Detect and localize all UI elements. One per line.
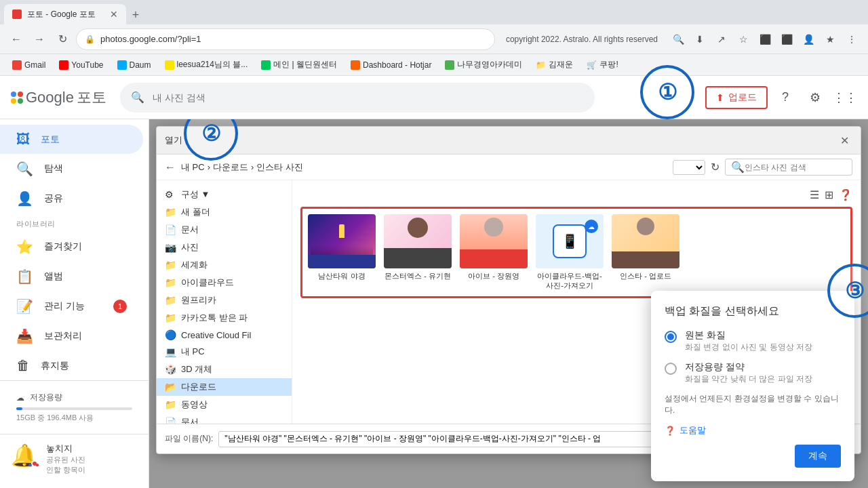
logo-dots (11, 92, 23, 104)
sidebar-item-photos[interactable]: 🖼 포토 (0, 125, 143, 154)
fd-sidebar: ⚙ 구성 ▼ 📁 새 폴더 📄 문서 📷 (157, 180, 292, 424)
bookmark-youtube[interactable]: YouTube (54, 58, 108, 72)
tree-icon (445, 60, 454, 70)
logo-dot-red (18, 92, 23, 97)
bookmark-hotjar[interactable]: Dashboard - Hotjar (345, 58, 437, 72)
fd-file-insta-label: 인스타 - 업로드 (620, 271, 671, 281)
menu-btn[interactable]: ⋮ (842, 30, 861, 49)
backup-help-btn[interactable]: ❓ 도움말 (665, 424, 841, 436)
bookmark-coupang[interactable]: 🛒 쿠팡! (581, 57, 623, 73)
fd-world-label: 세계화 (181, 259, 208, 271)
logo-dot-blue (11, 92, 16, 97)
fd-file-namsan[interactable]: 남산타워 야경 (308, 214, 376, 291)
grid-button[interactable]: ⋮⋮ (833, 85, 857, 110)
fd-file-icloud[interactable]: 📱 ☁ 아이클라우드-백업-사진-가져오기 (536, 214, 604, 291)
sidebar-item-manage[interactable]: 📝 관리 기능 1 (0, 291, 143, 321)
star-nav-btn[interactable]: ☆ (734, 30, 753, 49)
settings-button[interactable]: ⚙ (803, 85, 827, 110)
fd-back-btn[interactable]: ← (165, 161, 176, 174)
option-save-text: 저장용량 절약 화질을 약간 낮춰 더 많은 파일 저장 (685, 361, 812, 385)
radio-original[interactable] (665, 331, 677, 343)
extension2-btn[interactable]: ⬛ (777, 30, 796, 49)
fd-refresh-btn[interactable]: ↻ (711, 161, 719, 174)
backup-option-original[interactable]: 원본 화질 화질 변경 없이 사진 및 동영상 저장 (665, 329, 841, 353)
breadcrumb-pc[interactable]: 내 PC (181, 161, 205, 174)
fd-file-insta[interactable]: 인스타 - 업로드 (612, 214, 679, 291)
fd-list-view-btn[interactable]: ☰ (810, 188, 819, 201)
tab-close-btn[interactable]: ✕ (110, 9, 118, 20)
fd-sort-dropdown[interactable] (673, 160, 705, 175)
sidebar-item-archive[interactable]: 📥 보관처리 (0, 321, 143, 351)
sidebar-manage-label: 관리 기능 (44, 300, 85, 312)
search-bar[interactable]: 🔍 (120, 83, 595, 113)
nav-icons: 🔍 ⬇ ↗ ☆ ⬛ ⬛ 👤 ★ ⋮ (669, 30, 861, 49)
download-nav-btn[interactable]: ⬇ (690, 30, 709, 49)
sidebar-item-favorites[interactable]: ⭐ 즐겨찾기 (0, 232, 143, 262)
fd-thumb-monster (384, 214, 452, 268)
radio-inner-original (667, 333, 674, 340)
backup-option-save[interactable]: 저장용량 절약 화질을 약간 낮춰 더 많은 파일 저장 (665, 361, 841, 385)
extension3-btn[interactable]: ★ (821, 30, 840, 49)
fd-sidebar-world[interactable]: 📁 세계화 (157, 256, 292, 274)
file-dialog-close-btn[interactable]: ✕ (836, 132, 852, 148)
new-tab-btn[interactable]: + (126, 5, 145, 24)
breadcrumb-insta[interactable]: 인스타 사진 (256, 161, 303, 174)
fd-help-btn[interactable]: ❓ (839, 188, 852, 201)
sidebar-item-trash[interactable]: 🗑 휴지통 (0, 351, 143, 380)
bookmark-tree[interactable]: 나무경영아카데미 (439, 57, 528, 73)
sidebar-item-sharing[interactable]: 👤 공유 (0, 184, 143, 214)
search-icon: 🔍 (131, 91, 144, 104)
fd-creative-label: Creative Cloud Fil (181, 330, 251, 340)
fd-sidebar-africa[interactable]: 📁 원프리카 (157, 291, 292, 309)
search-input[interactable] (153, 92, 584, 103)
bookmark-daum[interactable]: Daum (112, 58, 157, 72)
fd-sidebar-downloads[interactable]: 📂 다운로드 (157, 378, 292, 396)
upload-button[interactable]: ⬆ 업로드 (705, 86, 768, 109)
fd-video-label: 동영상 (181, 399, 208, 411)
extension1-btn[interactable]: ⬛ (755, 30, 774, 49)
fd-sidebar-icloud[interactable]: 📁 아이클라우드 (157, 274, 292, 291)
active-tab[interactable]: 포토 - Google 포토 ✕ (4, 4, 126, 24)
profile-btn[interactable]: 👤 (799, 30, 818, 49)
fd-sidebar-creative[interactable]: 🔵 Creative Cloud Fil (157, 327, 292, 343)
daum-icon (117, 60, 127, 70)
sidebar-item-explore[interactable]: 🔍 탐색 (0, 154, 143, 184)
continue-button[interactable]: 계속 (795, 445, 841, 468)
fd-sidebar-docs[interactable]: 📄 문서 (157, 221, 292, 239)
breadcrumb-download[interactable]: 다운로드 (213, 161, 248, 174)
help-button[interactable]: ? (773, 85, 797, 110)
bookmark-main[interactable]: 메인 | 웰딘원센터 (256, 57, 342, 73)
sidebar-item-albums[interactable]: 📋 앨범 (0, 262, 143, 291)
notification-section: 🔔 ● ● 놓치지 공유된 사진인할 항목이 (0, 434, 149, 483)
fd-sidebar-photos[interactable]: 📷 사진 (157, 239, 292, 256)
bookmark-gmail[interactable]: Gmail (7, 58, 51, 72)
fd-sidebar-video[interactable]: 📁 동영상 (157, 396, 292, 413)
address-bar[interactable]: 🔒 photos.google.com/?pli=1 (76, 28, 495, 50)
logo-dot-green (18, 98, 23, 104)
fd-file-ive-label: 아이브 - 장원영 (468, 271, 519, 281)
search-nav-btn[interactable]: 🔍 (669, 30, 688, 49)
bookmark-kim[interactable]: 📁 김재운 (530, 57, 578, 73)
fd-sidebar-mypc[interactable]: 💻 내 PC (157, 343, 292, 361)
fd-file-monster[interactable]: 몬스터엑스 - 유기현 (384, 214, 452, 291)
fd-icloud-label: 아이클라우드 (181, 277, 234, 289)
refresh-btn[interactable]: ↻ (53, 30, 72, 49)
bookmark-leesua[interactable]: leesua214님의 블... (159, 57, 254, 73)
breadcrumb: 내 PC › 다운로드 › 인스타 사진 (181, 161, 667, 174)
fd-sidebar-3d[interactable]: 🎲 3D 개체 (157, 361, 292, 378)
fd-search[interactable]: 🔍 (725, 159, 852, 176)
fd-grid-view-btn[interactable]: ⊞ (825, 188, 833, 201)
fd-sidebar-kakao[interactable]: 📁 카카오톡 받은 파 (157, 309, 292, 327)
fd-file-ive[interactable]: 아이브 - 장원영 (460, 214, 528, 291)
radio-save[interactable] (665, 363, 677, 375)
fd-sidebar-documents[interactable]: 📄 문서 (157, 413, 292, 424)
share-nav-btn[interactable]: ↗ (712, 30, 731, 49)
help-circle-icon: ❓ (665, 426, 675, 436)
breadcrumb-sep2: › (251, 162, 254, 172)
forward-btn[interactable]: → (30, 30, 49, 49)
fd-sidebar-organize[interactable]: ⚙ 구성 ▼ (157, 186, 292, 203)
fd-search-input[interactable] (745, 163, 846, 172)
bookmark-kim-label: 김재운 (549, 59, 573, 70)
back-btn[interactable]: ← (7, 30, 26, 49)
fd-sidebar-new-folder[interactable]: 📁 새 폴더 (157, 203, 292, 221)
